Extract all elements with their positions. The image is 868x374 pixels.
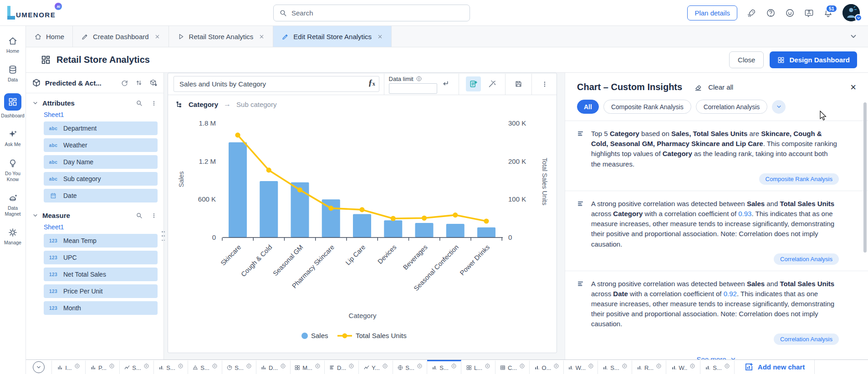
- tab-create-dashboard[interactable]: Create Dashboard: [73, 26, 169, 47]
- close-chart-tab-icon[interactable]: [724, 363, 730, 369]
- chart-tab-17[interactable]: S...: [598, 360, 632, 374]
- field-row-department[interactable]: abcDepartment: [44, 121, 158, 135]
- insight-tag[interactable]: Correlation Analysis: [774, 253, 839, 265]
- chart-tab-9[interactable]: D...: [325, 360, 359, 374]
- chart-tab-10[interactable]: Y...: [359, 360, 393, 374]
- whats-new-icon[interactable]: [747, 8, 756, 18]
- close-chart-tab-icon[interactable]: [519, 363, 525, 369]
- field-row-price-per-unit[interactable]: 123Price Per Unit: [44, 284, 158, 298]
- close-tab-icon[interactable]: [377, 34, 383, 40]
- sheet-link[interactable]: Sheet1: [44, 223, 163, 231]
- sidebar-item-dashboard[interactable]: Dashboard: [0, 93, 26, 119]
- save-icon[interactable]: [514, 80, 523, 88]
- more-options-icon[interactable]: [541, 80, 549, 88]
- panel-resize-handle[interactable]: [162, 231, 165, 243]
- more-options-icon[interactable]: [150, 100, 158, 107]
- data-limit-input[interactable]: [389, 83, 437, 94]
- close-chart-tab-icon[interactable]: [246, 363, 252, 369]
- close-chart-tab-icon[interactable]: [656, 363, 662, 369]
- field-row-weather[interactable]: abcWeather: [44, 138, 158, 152]
- clear-all-button[interactable]: Clear all: [708, 83, 733, 91]
- close-chart-tab-icon[interactable]: [382, 363, 388, 369]
- combo-chart[interactable]: 0600 K1.2 M1.8 M0100 K200 K300 KSalesTot…: [168, 113, 557, 350]
- close-chart-tab-icon[interactable]: [588, 363, 594, 369]
- sheet-link[interactable]: Sheet1: [44, 111, 163, 118]
- close-chart-tab-icon[interactable]: [109, 363, 115, 369]
- info-icon[interactable]: [416, 76, 422, 82]
- field-row-date[interactable]: Date: [44, 189, 158, 202]
- notifications-button[interactable]: 51: [823, 8, 833, 18]
- design-dashboard-button[interactable]: Design Dashboard: [770, 51, 857, 68]
- breadcrumb-secondary[interactable]: Sub category: [236, 101, 276, 108]
- sidebar-item-data-magnet[interactable]: Data Magnet: [0, 193, 26, 217]
- chart-tab-14[interactable]: C...: [495, 360, 530, 374]
- add-new-chart-button[interactable]: Add new chart: [735, 360, 815, 374]
- chart-tab-18[interactable]: R...: [632, 360, 666, 374]
- chart-tab-8[interactable]: M...: [291, 360, 325, 374]
- tab-retail-store-analytics[interactable]: Retail Store Analytics: [169, 26, 274, 47]
- sidebar-item-ask-me[interactable]: Ask Me: [0, 129, 26, 147]
- close-tab-icon[interactable]: [259, 34, 265, 40]
- chart-tab-7[interactable]: D...: [256, 360, 291, 374]
- close-chart-tab-icon[interactable]: [212, 363, 218, 369]
- magic-wand-icon[interactable]: [488, 80, 496, 88]
- sidebar-item-do-you-know[interactable]: Do You Know: [0, 158, 26, 182]
- close-chart-tab-icon[interactable]: [553, 363, 559, 369]
- sidebar-item-manage[interactable]: Manage: [0, 227, 26, 246]
- close-tab-icon[interactable]: [154, 34, 160, 40]
- chart-title-input[interactable]: [174, 76, 379, 92]
- chip-all[interactable]: All: [577, 100, 599, 114]
- field-row-net-total-sales[interactable]: 123Net Total Sales: [44, 268, 158, 281]
- insight-tag[interactable]: Correlation Analysis: [774, 334, 839, 345]
- expand-charts-icon[interactable]: [33, 361, 45, 373]
- close-chart-tab-icon[interactable]: [280, 363, 286, 369]
- feedback-icon[interactable]: [804, 8, 814, 18]
- chart-tab-5[interactable]: S...: [188, 360, 222, 374]
- chart-tab-16[interactable]: W...: [564, 360, 598, 374]
- help-icon[interactable]: [766, 8, 776, 18]
- search-input[interactable]: [291, 9, 464, 17]
- sort-updown-icon[interactable]: [135, 79, 143, 86]
- chevron-down-icon[interactable]: [32, 212, 39, 219]
- close-chart-tab-icon[interactable]: [417, 363, 423, 369]
- chip-composite-rank-analysis[interactable]: Composite Rank Analysis: [603, 100, 691, 114]
- user-avatar[interactable]: [842, 4, 860, 21]
- support-icon[interactable]: [785, 8, 795, 18]
- close-chart-tab-icon[interactable]: [143, 363, 149, 369]
- chart-tab-3[interactable]: S...: [120, 360, 154, 374]
- chart-tab-2[interactable]: P...: [86, 360, 120, 374]
- field-row-day-name[interactable]: abcDay Name: [44, 155, 158, 169]
- chart-tab-6[interactable]: S...: [222, 360, 256, 374]
- close-chart-tab-icon[interactable]: [451, 363, 457, 369]
- close-chart-tab-icon[interactable]: [178, 363, 184, 369]
- close-chart-tab-icon[interactable]: [315, 363, 321, 369]
- close-chart-tab-icon[interactable]: [74, 363, 80, 369]
- close-chart-tab-icon[interactable]: [622, 363, 628, 369]
- chip-correlation-analysis[interactable]: Correlation Analysis: [696, 100, 768, 114]
- tab-home[interactable]: Home: [26, 26, 73, 47]
- plan-details-button[interactable]: Plan details: [687, 5, 737, 20]
- eraser-icon[interactable]: [694, 83, 703, 91]
- close-chart-tab-icon[interactable]: [689, 363, 695, 369]
- chart-tab-4[interactable]: S...: [154, 360, 188, 374]
- chart-tab-20[interactable]: S...: [700, 360, 735, 374]
- chart-tab-1[interactable]: I...: [51, 360, 86, 374]
- lumenore-logo[interactable]: UMENORE AI: [7, 6, 56, 20]
- field-row-mean-temp[interactable]: 123Mean Temp: [44, 234, 158, 248]
- breadcrumb-primary[interactable]: Category: [189, 101, 218, 108]
- more-chips-button[interactable]: [772, 100, 786, 114]
- close-insights-icon[interactable]: ×: [850, 82, 856, 92]
- close-chart-tab-icon[interactable]: [485, 363, 490, 369]
- chart-tab-13[interactable]: L...: [461, 360, 495, 374]
- close-button[interactable]: Close: [729, 51, 764, 68]
- sidebar-item-data[interactable]: Data: [0, 65, 26, 83]
- field-row-month[interactable]: 123Month: [44, 301, 158, 315]
- sidebar-item-home[interactable]: Home: [0, 36, 26, 54]
- more-options-icon[interactable]: [150, 212, 158, 219]
- tab-edit-retail-store-analytics[interactable]: Edit Retail Store Analytics: [273, 26, 392, 47]
- dataset-settings-icon[interactable]: [149, 79, 158, 87]
- collapse-tabs-icon[interactable]: [849, 32, 858, 41]
- apply-enter-icon[interactable]: [441, 80, 450, 88]
- formula-fx-icon[interactable]: ƒx: [368, 78, 375, 88]
- chart-tab-11[interactable]: S...: [393, 360, 427, 374]
